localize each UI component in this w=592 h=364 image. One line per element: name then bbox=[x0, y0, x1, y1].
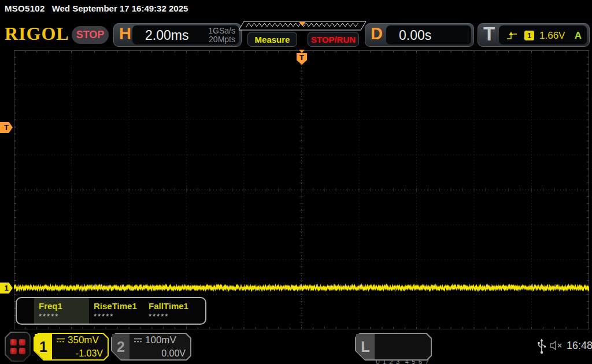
oscilloscope-screen: MSO5102Wed September 17 16:49:32 2025 RI… bbox=[0, 0, 592, 364]
channel2-offset: 0.00V bbox=[161, 348, 186, 359]
acquisition-status-badge: STOP bbox=[72, 26, 109, 44]
sample-rate: 1GSa/s bbox=[208, 27, 235, 35]
trigger-position-marker[interactable]: T bbox=[297, 50, 307, 65]
channel1-number: 1 bbox=[35, 334, 52, 359]
horizontal-settings-button[interactable]: H 2.00ms 1GSa/s 20Mpts bbox=[113, 23, 242, 47]
channel1-position-marker[interactable]: 1 bbox=[0, 283, 13, 294]
channel2-scale: 100mV bbox=[145, 335, 176, 346]
measure-button[interactable]: Measure bbox=[247, 32, 297, 47]
dc-coupling-icon bbox=[57, 338, 65, 343]
logic-label: L bbox=[356, 334, 375, 359]
horizontal-label: H bbox=[119, 24, 131, 43]
usb-icon bbox=[537, 337, 546, 355]
trigger-mode: A bbox=[575, 25, 582, 46]
delay-readout: 0.00s bbox=[386, 25, 471, 44]
channel2-badge[interactable]: 2 100mV 0.00V bbox=[111, 333, 191, 361]
trigger-label: T bbox=[483, 23, 495, 45]
memory-depth: 20Mpts bbox=[208, 35, 235, 44]
measurement-falltime1[interactable]: FallTime1 ***** bbox=[144, 298, 199, 324]
model-name: MSO5102 bbox=[5, 3, 45, 13]
channel1-badge[interactable]: 1 350mV -1.03V bbox=[34, 333, 109, 361]
trigger-level-value: 1.66V bbox=[539, 25, 565, 46]
memory-bar bbox=[238, 21, 367, 31]
topbar: MSO5102Wed September 17 16:49:32 2025 bbox=[0, 0, 592, 17]
logic-channels-badge[interactable]: L 0 1 2 3 4 5 6 7 8 9 1011 12131415 bbox=[355, 333, 432, 361]
channel1-trace bbox=[14, 281, 589, 295]
logic-row1: 0 1 2 3 4 5 6 7 bbox=[376, 356, 430, 364]
channel1-scale: 350mV bbox=[68, 335, 99, 346]
rising-edge-icon bbox=[507, 31, 517, 40]
trigger-position-arrow-icon bbox=[299, 50, 305, 53]
measurement-freq1[interactable]: Freq1 ***** bbox=[34, 298, 89, 324]
delay-value: 0.00s bbox=[399, 25, 431, 45]
delay-button[interactable]: D 0.00s bbox=[365, 23, 474, 47]
channel2-number: 2 bbox=[112, 334, 130, 359]
trigger-level-marker[interactable]: T bbox=[0, 122, 13, 133]
trigger-source-badge: 1 bbox=[524, 31, 534, 40]
menu-grid-icon[interactable] bbox=[5, 332, 31, 362]
measurement-panel: Freq1 ***** RiseTime1 ***** FallTime1 **… bbox=[16, 297, 206, 325]
measurement-risetime1[interactable]: RiseTime1 ***** bbox=[89, 298, 144, 324]
datetime: Wed September 17 16:49:32 2025 bbox=[52, 3, 188, 13]
clock: 16:48 bbox=[567, 340, 592, 352]
timebase-value: 2.00ms bbox=[145, 25, 188, 45]
channel1-offset: -1.03V bbox=[76, 348, 103, 359]
trigger-settings-button[interactable]: T 1 1.66V A bbox=[478, 23, 590, 47]
trigger-readout: 1 1.66V A bbox=[499, 25, 587, 44]
horizontal-readout: 2.00ms 1GSa/s 20Mpts bbox=[132, 25, 239, 44]
dc-coupling-icon bbox=[134, 338, 142, 343]
stop-run-button[interactable]: STOP/RUN bbox=[308, 32, 359, 47]
rigol-logo: RIGOL bbox=[5, 23, 69, 44]
delay-label: D bbox=[371, 24, 383, 43]
mute-icon bbox=[549, 340, 564, 351]
